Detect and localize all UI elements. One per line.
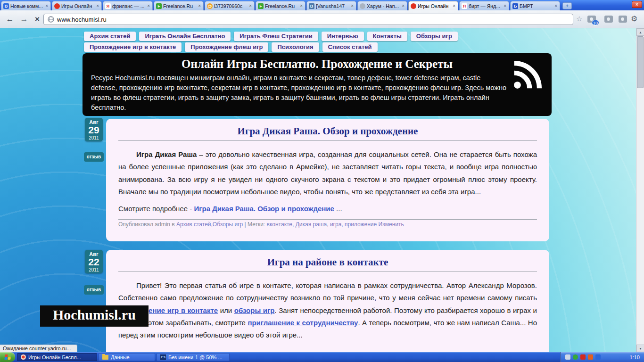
nav-item-flash-strategy[interactable]: Играть Флеш Стратегии: [234, 32, 318, 41]
tray-app-icon-1[interactable]: [565, 354, 570, 360]
site-title: Онлайн Игры Бесплатно. Прохождение и Сек…: [83, 53, 552, 71]
nav-item-flash-walkthrough[interactable]: Прохождение флеш игр: [185, 42, 268, 52]
browser-tab[interactable]: Я фриланс — ... ×: [103, 1, 153, 10]
address-bar[interactable]: www.hochumisl.ru: [43, 14, 573, 25]
post-lead-bold: Игра Дикая Раша: [136, 150, 197, 158]
date-year: 2011: [85, 135, 103, 140]
forward-button[interactable]: →: [18, 13, 30, 25]
stop-button[interactable]: ×: [31, 13, 43, 25]
tab-close-icon[interactable]: ×: [45, 3, 49, 8]
tab-close-icon[interactable]: ×: [452, 3, 456, 8]
lens-decoration: [621, 17, 624, 21]
scrollbar[interactable]: ▲ ▼: [636, 28, 644, 352]
nav-item-reviews[interactable]: Обзоры игр: [411, 32, 458, 41]
tray-ati-icon[interactable]: [580, 354, 586, 360]
nav-item-article-list[interactable]: Список статей: [322, 42, 378, 52]
tab-favicon: [411, 3, 416, 9]
post-text: Привет! Это первая статья об игре в конт…: [118, 281, 537, 302]
extension-icon-1[interactable]: [604, 16, 613, 23]
nav-item-archive[interactable]: Архив статей: [84, 32, 136, 41]
nav-item-psychology[interactable]: Психология: [272, 42, 319, 52]
screenshot-tool-icon[interactable]: 10: [587, 16, 596, 23]
taskbar-item-photoshop[interactable]: Ps Без имени-1 @ 50% ...: [157, 353, 230, 361]
browser-tab[interactable]: В [Vanusha147 ×: [306, 1, 356, 10]
tab-close-icon[interactable]: ×: [96, 3, 99, 8]
taskbar-item-label: Игры Онлайн Беспл...: [28, 354, 81, 360]
footer-tags-link[interactable]: вконтакте, Дикая раша, игра, приложение: [267, 221, 377, 228]
tray-antivirus-icon[interactable]: [573, 354, 578, 360]
browser-tab[interactable]: F Freelance.Ru ×: [256, 1, 305, 10]
browser-tab[interactable]: Харум - Нап... ×: [357, 1, 407, 10]
tab-label: Новые комм...: [10, 3, 43, 9]
site-nav-row-1: Архив статей Играть Онлайн Бесплатно Игр…: [84, 32, 458, 41]
new-tab-button[interactable]: +: [562, 2, 572, 9]
window-close-button[interactable]: ×: [632, 1, 642, 8]
tray-volume-icon[interactable]: [595, 354, 601, 360]
scroll-down-arrow[interactable]: ▼: [636, 345, 644, 352]
footer-meta-label: | Метки:: [243, 221, 266, 228]
browser-icon: [21, 354, 26, 360]
nav-item-interview[interactable]: Интервью: [322, 32, 364, 41]
post-body: Привет! Это первая статья об игре в конт…: [118, 280, 537, 341]
footer-edit-link[interactable]: Изменить: [379, 221, 404, 228]
inline-link-cooperation[interactable]: приглашение к сотрудничеству: [248, 319, 358, 327]
browser-tab[interactable]: Игры Онлайн ×: [52, 1, 102, 10]
tray-app-icon-2[interactable]: [588, 354, 593, 360]
comments-link[interactable]: отзыв: [84, 285, 104, 295]
comments-link[interactable]: отзыв: [84, 152, 104, 162]
tab-close-icon[interactable]: ×: [147, 3, 150, 8]
tab-close-icon[interactable]: ×: [198, 3, 201, 8]
date-day: 29: [85, 125, 103, 135]
tab-close-icon[interactable]: ×: [554, 3, 558, 8]
browser-tab[interactable]: @ i373970660c ×: [205, 1, 255, 10]
nav-item-contacts[interactable]: Контакты: [367, 32, 407, 41]
back-button[interactable]: ←: [4, 13, 16, 25]
scrollbar-thumb[interactable]: [637, 36, 644, 88]
site-nav-row-2: Прохождение игр в контакте Прохождение ф…: [84, 42, 378, 52]
tab-favicon: В: [309, 3, 314, 9]
tab-label: БМРТ: [520, 3, 553, 9]
footer-categories-link[interactable]: Архив статей,Обзоры игр: [176, 221, 243, 228]
extension-icon-2[interactable]: [619, 16, 627, 23]
date-year: 2011: [85, 267, 103, 272]
tab-favicon: В: [3, 3, 9, 9]
tab-close-icon[interactable]: ×: [248, 3, 252, 8]
site-header: Онлайн Игры Бесплатно. Прохождение и Сек…: [83, 53, 552, 116]
tab-close-icon[interactable]: ×: [503, 3, 507, 8]
read-more-prefix: Смотрите подробнее -: [118, 205, 194, 213]
start-button[interactable]: [0, 352, 15, 362]
rss-icon[interactable]: [510, 59, 545, 91]
tab-favicon: F: [156, 3, 162, 9]
post-text: или: [218, 306, 234, 314]
browser-tab[interactable]: В Новые комм... ×: [1, 1, 51, 10]
post-title[interactable]: Игра на районе в контакте: [118, 256, 537, 268]
browser-tab[interactable]: Я бирт — Янд... ×: [459, 1, 509, 10]
footer-prefix: Опубликовал admin в: [118, 221, 176, 228]
browser-tab[interactable]: Б БМРТ ×: [510, 1, 560, 10]
read-more-link[interactable]: Игра Дикая Раша. Обзор и прохождение: [194, 205, 334, 213]
tab-close-icon[interactable]: ×: [350, 3, 354, 8]
post-date-badge: Авг 29 2011: [85, 118, 103, 141]
nav-item-vk-walkthrough[interactable]: Прохождение игр в контакте: [84, 42, 182, 52]
wrench-menu-icon[interactable]: ⚙: [631, 14, 637, 23]
browser-tab-active[interactable]: Игры Онлайн ×: [408, 1, 458, 10]
browser-tab-strip: В Новые комм... × Игры Онлайн × Я фрилан…: [0, 0, 644, 10]
tab-close-icon[interactable]: ×: [299, 3, 303, 8]
browser-tab[interactable]: F Freelance.Ru ×: [154, 1, 204, 10]
taskbar-item-label: Данные: [111, 354, 130, 360]
tab-label: Freelance.Ru: [163, 3, 196, 9]
web-page: Архив статей Играть Онлайн Бесплатно Игр…: [0, 28, 644, 352]
scroll-up-arrow[interactable]: ▲: [636, 28, 644, 36]
taskbar-item-folder[interactable]: Данные: [99, 353, 155, 361]
taskbar-item-label: Без имени-1 @ 50% ...: [168, 354, 223, 360]
notification-badge: 10: [592, 20, 599, 25]
tab-close-icon[interactable]: ×: [401, 3, 405, 8]
tab-favicon: [54, 3, 60, 9]
nav-item-play-online[interactable]: Играть Онлайн Бесплатно: [139, 32, 231, 41]
taskbar-item-browser[interactable]: Игры Онлайн Беспл...: [17, 353, 97, 361]
tab-label: Игры Онлайн: [61, 3, 94, 9]
bookmark-star-icon[interactable]: ☆: [576, 15, 582, 23]
title-divider: [118, 140, 537, 141]
inline-link-reviews[interactable]: обзоры игр: [234, 306, 275, 314]
post-title[interactable]: Игра Дикая Раша. Обзор и прохождение: [118, 125, 537, 137]
